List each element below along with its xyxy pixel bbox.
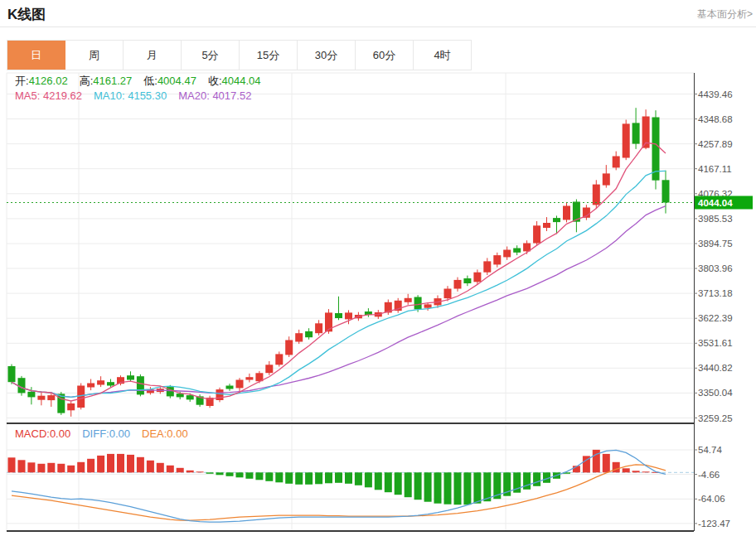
close-label: 收:	[208, 75, 222, 87]
y-axis-labels: 4439.464348.684257.894167.114076.323985.…	[694, 89, 733, 529]
tab-day[interactable]: 日	[7, 41, 65, 70]
high-label: 高:	[80, 75, 94, 87]
svg-text:-123.47: -123.47	[698, 519, 730, 529]
dea-label: DEA:	[142, 427, 167, 440]
svg-text:-64.06: -64.06	[698, 494, 725, 504]
tab-5min[interactable]: 5分	[182, 41, 240, 70]
ma5-value: 4219.62	[43, 89, 82, 102]
macd-value: 0.00	[50, 427, 70, 440]
svg-text:3350.04: 3350.04	[698, 388, 733, 398]
kline-page: 4439.464348.684257.894167.114076.323985.…	[0, 0, 756, 536]
diff-label: DIFF:	[82, 427, 109, 440]
dea-value: 0.00	[167, 427, 187, 440]
svg-text:3531.61: 3531.61	[698, 338, 733, 348]
ma5-label: MA5:	[15, 89, 40, 102]
open-value: 4126.02	[29, 75, 68, 87]
svg-text:4439.46: 4439.46	[698, 89, 733, 99]
diff-value: 0.00	[109, 427, 130, 440]
svg-text:3259.25: 3259.25	[698, 413, 733, 423]
tab-week[interactable]: 周	[65, 41, 124, 70]
svg-text:3440.82: 3440.82	[698, 363, 733, 373]
ma5-line	[12, 142, 666, 401]
svg-text:3713.18: 3713.18	[698, 288, 733, 298]
ma-info-row: MA5: 4219.62 MA10: 4155.30 MA20: 4017.52	[15, 89, 263, 102]
svg-text:4348.68: 4348.68	[698, 114, 733, 124]
candlesticks	[8, 108, 670, 417]
svg-text:4257.89: 4257.89	[698, 139, 733, 149]
tab-60min[interactable]: 60分	[356, 41, 414, 70]
high-value: 4161.27	[93, 75, 132, 87]
macd-histogram	[8, 450, 660, 505]
period-tab-bar: 日周月5分15分30分60分4时	[7, 40, 472, 70]
tab-4hour[interactable]: 4时	[414, 41, 471, 70]
ma10-line	[12, 171, 666, 397]
svg-text:3622.39: 3622.39	[698, 313, 733, 323]
open-label: 开:	[15, 75, 29, 87]
page-title: K线图	[7, 5, 46, 24]
low-label: 低:	[143, 75, 158, 87]
macd-info-row: MACD:0.00 DIFF:0.00 DEA:0.00	[15, 427, 200, 440]
tab-month[interactable]: 月	[124, 41, 182, 70]
low-value: 4004.47	[158, 75, 196, 87]
svg-text:54.74: 54.74	[698, 445, 722, 455]
svg-text:3803.96: 3803.96	[698, 263, 733, 273]
ohlc-info-row: 开:4126.02 高:4161.27 低:4004.47 收:4044.04	[15, 74, 273, 89]
svg-text:3894.75: 3894.75	[698, 239, 733, 249]
current-price-tag: 4044.04	[695, 196, 753, 210]
ma10-label: MA10:	[94, 89, 125, 102]
svg-text:4044.04: 4044.04	[698, 198, 733, 208]
svg-text:3985.53: 3985.53	[698, 214, 733, 224]
ma20-label: MA20:	[178, 89, 210, 102]
ma20-value: 4017.52	[212, 89, 251, 102]
tab-15min[interactable]: 15分	[240, 41, 298, 70]
macd-label: MACD:	[15, 427, 50, 440]
svg-text:4167.11: 4167.11	[698, 164, 732, 174]
svg-text:-4.66: -4.66	[698, 470, 720, 480]
header-divider	[0, 27, 756, 27]
tab-30min[interactable]: 30分	[298, 41, 356, 70]
fundamental-analysis-link[interactable]: 基本面分析>	[697, 7, 753, 22]
ma10-value: 4155.30	[128, 89, 167, 102]
close-value: 4044.04	[222, 75, 261, 87]
